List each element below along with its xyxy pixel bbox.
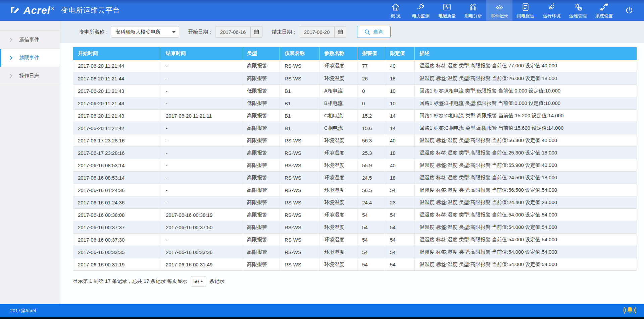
- logout-power-button[interactable]: [617, 0, 644, 21]
- start-date-calendar-button[interactable]: [250, 26, 262, 37]
- table-cell: 高限报警: [242, 258, 280, 271]
- table-row[interactable]: 2017-06-20 11:21:43-低限报警B1B相电流010回路1 标签:…: [73, 97, 637, 110]
- table-cell: 56.5: [357, 184, 385, 196]
- table-cell: 高限报警: [242, 196, 280, 209]
- table-cell: B1: [280, 122, 319, 134]
- table-cell: 2017-06-17 23:28:16: [73, 147, 161, 159]
- nav-item-8[interactable]: 系统设置: [591, 0, 617, 21]
- table-row[interactable]: 2017-06-16 00:38:082017-06-16 00:38:19高限…: [73, 209, 637, 221]
- table-row[interactable]: 2017-06-16 00:31:192017-06-16 00:31:49高限…: [73, 258, 637, 271]
- table-row[interactable]: 2017-06-16 00:33:352017-06-16 00:33:36高限…: [73, 246, 637, 258]
- nav-item-1[interactable]: 电力监测: [408, 0, 434, 21]
- table-cell: 2017-06-16 00:37:37: [73, 221, 161, 234]
- table-row[interactable]: 2017-06-20 11:21:42-高限报警B1C相电流15.614回路1 …: [73, 122, 637, 134]
- table-row[interactable]: 2017-06-16 08:53:14-高限报警RS-WS环境温度24.518温…: [73, 172, 637, 184]
- table-cell: 15.2: [357, 110, 385, 122]
- table-cell: RS-WS: [280, 246, 319, 258]
- table-cell: 2017-06-20 11:21:42: [73, 122, 161, 134]
- end-date-group: [299, 26, 346, 38]
- table-cell: 54: [357, 209, 385, 221]
- table-cell: 环境湿度: [319, 221, 357, 234]
- table-cell: 18: [385, 172, 415, 184]
- table-cell: 2017-06-16 00:31:19: [73, 258, 161, 271]
- table-cell: 24.4: [357, 196, 385, 209]
- table-cell: RS-WS: [280, 234, 319, 246]
- table-cell: 环境湿度: [319, 60, 357, 72]
- nav-item-0[interactable]: 概 况: [384, 0, 408, 21]
- table-cell: 环境湿度: [319, 134, 357, 147]
- table-row[interactable]: 2017-06-17 23:28:16-高限报警RS-WS环境湿度56.340温…: [73, 134, 637, 147]
- table-cell: 2017-06-16 00:33:36: [161, 246, 242, 258]
- table-cell: 温湿度 标签:湿度 类型:高限报警 当前值:54.000 设定值:54.000: [415, 234, 637, 246]
- nav-item-6[interactable]: 运行环境: [539, 0, 565, 21]
- table-row[interactable]: 2017-06-20 11:21:44-高限报警RS-WS环境湿度7740温湿度…: [73, 60, 637, 72]
- end-date-calendar-button[interactable]: [334, 26, 346, 37]
- table-cell: RS-WS: [280, 221, 319, 234]
- nav-item-label: 运维管理: [569, 13, 587, 19]
- table-row[interactable]: 2017-06-16 00:37:30-高限报警RS-WS环境湿度5454温湿度…: [73, 234, 637, 246]
- table-cell: RS-WS: [280, 209, 319, 221]
- column-header-0: 开始时间: [73, 47, 161, 60]
- acrel-logo-icon: [9, 5, 21, 16]
- table-row[interactable]: 2017-06-16 01:24:36-高限报警RS-WS环境湿度56.554温…: [73, 184, 637, 196]
- table-cell: 高限报警: [242, 147, 280, 159]
- table-row[interactable]: 2017-06-20 11:21:44-高限报警RS-WS环境温度2618温湿度…: [73, 72, 637, 85]
- station-select-value: 安科瑞新大楼变电所: [115, 29, 172, 35]
- pagination-summary: 显示第 1 到第 17 条记录，总共 17 条记录 每页显示: [73, 278, 187, 284]
- nav-item-7[interactable]: 运维管理: [565, 0, 591, 21]
- table-row[interactable]: 2017-06-20 11:21:43-低限报警B1A相电流010回路1 标签:…: [73, 85, 637, 97]
- table-cell: 高限报警: [242, 184, 280, 196]
- table-cell: 温湿度 标签:温度 类型:高限报警 当前值:26.000 设定值:18.000: [415, 72, 637, 85]
- end-date-input[interactable]: [299, 26, 334, 37]
- table-cell: 温湿度 标签:湿度 类型:高限报警 当前值:77.000 设定值:40.000: [415, 60, 637, 72]
- environment-sensor-icon: [547, 2, 556, 12]
- query-button[interactable]: 查询: [357, 26, 391, 38]
- station-select[interactable]: 安科瑞新大楼变电所: [111, 26, 179, 38]
- power-plug-icon: [416, 2, 426, 12]
- settings-tools-icon: [599, 2, 609, 12]
- table-cell: 54: [385, 221, 415, 234]
- maintenance-gear-icon: [573, 2, 583, 12]
- alarm-bell-icon[interactable]: [623, 305, 637, 317]
- table-row[interactable]: 2017-06-17 23:28:16-高限报警RS-WS环境温度25.318温…: [73, 147, 637, 159]
- start-date-input[interactable]: [215, 26, 250, 37]
- table-cell: 温湿度 标签:温度 类型:高限报警 当前值:24.400 设定值:23.000: [415, 196, 637, 209]
- table-cell: 2017-06-16 00:38:08: [73, 209, 161, 221]
- table-cell: 温湿度 标签:温度 类型:高限报警 当前值:25.300 设定值:18.000: [415, 147, 637, 159]
- table-cell: -: [161, 134, 242, 147]
- table-cell: 2017-06-20 11:21:43: [73, 85, 161, 97]
- table-row[interactable]: 2017-06-16 01:24:36-高限报警RS-WS环境温度24.423温…: [73, 196, 637, 209]
- sidebar-item-2[interactable]: 操作日志: [0, 67, 60, 85]
- home-icon: [391, 2, 400, 12]
- table-cell: 77: [357, 60, 385, 72]
- nav-item-4[interactable]: 事件记录: [486, 0, 512, 21]
- table-cell: 环境温度: [319, 72, 357, 85]
- table-cell: 温湿度 标签:湿度 类型:高限报警 当前值:55.900 设定值:40.000: [415, 159, 637, 172]
- top-header: Acrel® 变电所运维云平台 概 况电力监测电能质量用电分析事件记录用电报告运…: [0, 0, 644, 21]
- table-row[interactable]: 2017-06-16 08:53:14-高限报警RS-WS环境湿度55.940温…: [73, 159, 637, 172]
- nav-item-3[interactable]: 用电分析: [460, 0, 486, 21]
- page-size-caret-icon: [200, 279, 203, 282]
- select-caret-icon: [172, 31, 176, 35]
- table-cell: 2017-06-16 08:53:14: [73, 159, 161, 172]
- power-quality-icon: [442, 2, 452, 12]
- table-cell: -: [161, 184, 242, 196]
- table-cell: 高限报警: [242, 122, 280, 134]
- page-size-value: 50: [194, 279, 199, 284]
- table-row[interactable]: 2017-06-20 11:21:432017-06-20 11:21:11高限…: [73, 110, 637, 122]
- nav-item-2[interactable]: 电能质量: [434, 0, 460, 21]
- table-row[interactable]: 2017-06-16 00:37:372017-06-16 00:37:50高限…: [73, 221, 637, 234]
- table-cell: 高限报警: [242, 234, 280, 246]
- table-cell: 54: [385, 246, 415, 258]
- nav-item-5[interactable]: 用电报告: [512, 0, 539, 21]
- sidebar-item-0[interactable]: 遥信事件: [0, 31, 60, 49]
- table-cell: 环境湿度: [319, 184, 357, 196]
- nav-item-label: 事件记录: [491, 13, 508, 19]
- nav-item-label: 概 况: [391, 13, 401, 19]
- page-size-select[interactable]: 50: [191, 276, 206, 286]
- table-cell: 高限报警: [242, 72, 280, 85]
- table-cell: 温湿度 标签:湿度 类型:高限报警 当前值:54.000 设定值:54.000: [415, 209, 637, 221]
- table-cell: A相电流: [319, 85, 357, 97]
- end-date-label: 结束日期：: [272, 29, 297, 35]
- sidebar-item-1[interactable]: 越限事件: [0, 49, 60, 67]
